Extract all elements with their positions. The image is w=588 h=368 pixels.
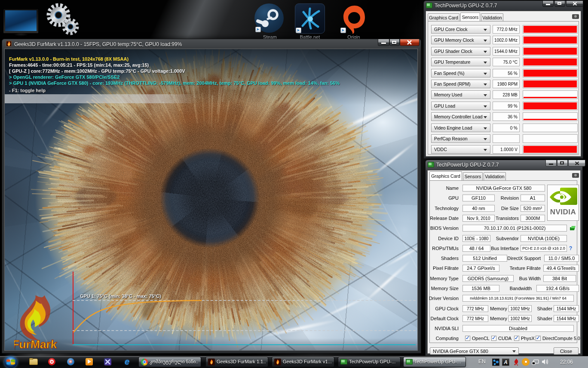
svg-text:FurMark: FurMark (14, 338, 58, 351)
